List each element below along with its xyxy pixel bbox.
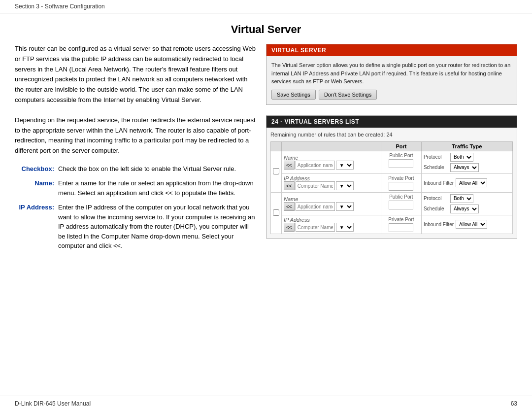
th-traffic: Traffic Type	[421, 141, 512, 151]
vsl-box: 24 - VIRTUAL SERVERS LIST Remaining numb…	[266, 115, 517, 239]
table-row2: Name << ▼ Public Port	[271, 192, 513, 215]
row1-traffic-cell: Protocol Both Schedule	[421, 151, 512, 173]
vs-box-col: VIRTUAL SERVER The Virtual Server option…	[266, 44, 517, 115]
row1-ip-label: IP Address	[284, 175, 379, 181]
vs-box-text: The Virtual Server option allows you to …	[271, 61, 512, 86]
vs-buttons: Save Settings Don't Save Settings	[271, 90, 512, 100]
row2-name-cell: Name << ▼	[282, 192, 381, 215]
th-checkbox	[271, 141, 282, 151]
row2-checkbox-cell	[271, 192, 282, 234]
row1-schedule-select[interactable]: Always	[450, 163, 479, 172]
row2-inbound-row: Inbound Filter Allow All	[424, 220, 510, 229]
main-content: Virtual Server This router can be config…	[0, 13, 532, 285]
row1-name-label: Name	[284, 155, 379, 161]
row1-protocol-row: Protocol Both	[424, 153, 510, 162]
save-settings-button[interactable]: Save Settings	[271, 90, 316, 100]
vs-box-body: The Virtual Server option allows you to …	[266, 56, 517, 104]
remaining-text: Remaining number of rules that can be cr…	[270, 132, 513, 137]
row2-computer-input[interactable]	[296, 223, 335, 232]
row1-computer-input[interactable]	[296, 181, 335, 190]
row2-private-port-label: Private Port	[383, 217, 419, 222]
row2-checkbox[interactable]	[273, 209, 279, 216]
dont-save-settings-button[interactable]: Don't Save Settings	[319, 90, 377, 100]
row1-computer-select[interactable]: ▼	[336, 181, 354, 190]
top-section: This router can be configured as a virtu…	[15, 44, 517, 115]
term-ipaddress-label: IP Address:	[15, 203, 54, 251]
row2-name-input-row: << ▼	[284, 202, 379, 211]
term-name: Name: Enter a name for the rule or selec…	[15, 178, 256, 198]
row1-public-port-input[interactable]	[389, 159, 413, 168]
row2-inbound-cell: Inbound Filter Allow All	[421, 215, 512, 234]
row2-inbound-label: Inbound Filter	[424, 222, 454, 227]
virtual-server-box: VIRTUAL SERVER The Virtual Server option…	[266, 44, 517, 105]
page-title: Virtual Server	[15, 23, 517, 36]
row1-protocol-label: Protocol	[424, 154, 448, 160]
row2-traffic-cell: Protocol Both Schedule	[421, 192, 512, 215]
bottom-right: 63	[511, 400, 517, 407]
term-name-label: Name:	[15, 178, 54, 198]
bottom-bar: D-Link DIR-645 User Manual 63	[0, 396, 532, 411]
row2-app-input[interactable]	[296, 202, 335, 211]
second-section: Depending on the requested service, the …	[15, 115, 517, 256]
row1-app-select[interactable]: ▼	[336, 161, 354, 170]
row2-ip-label: IP Address	[284, 217, 379, 223]
vsl-table: Port Traffic Type	[270, 141, 513, 234]
table-row-ip1: IP Address << ▼ Private Port	[271, 173, 513, 192]
row1-ip-arrow-btn[interactable]: <<	[284, 181, 295, 190]
row2-public-port-label: Public Port	[383, 194, 419, 200]
th-port: Port	[381, 141, 421, 151]
second-desc-text: Depending on the requested service, the …	[15, 115, 256, 156]
intro-col: This router can be configured as a virtu…	[15, 44, 256, 115]
vsl-col: 24 - VIRTUAL SERVERS LIST Remaining numb…	[266, 115, 517, 239]
table-row: Name << ▼ Public Port	[271, 151, 513, 173]
row1-protocol-select[interactable]: Both	[450, 153, 473, 162]
row2-traffic-content: Protocol Both Schedule	[424, 194, 510, 213]
table-row2-ip: IP Address << ▼ Private Port	[271, 215, 513, 234]
th-name	[282, 141, 381, 151]
intro-text: This router can be configured as a virtu…	[15, 44, 256, 105]
row1-ip-cell: IP Address << ▼	[282, 173, 381, 192]
bottom-left: D-Link DIR-645 User Manual	[15, 400, 91, 407]
row1-inbound-select[interactable]: Allow All	[456, 178, 487, 187]
topbar-label: Section 3 - Software Configuration	[15, 3, 105, 10]
vs-box-header: VIRTUAL SERVER	[266, 44, 517, 56]
row2-ip-arrow-btn[interactable]: <<	[284, 223, 295, 232]
row1-private-port-cell: Private Port	[381, 173, 421, 192]
row1-public-port-cell: Public Port	[381, 151, 421, 173]
term-checkbox-def: Check the box on the left side to enable…	[58, 164, 256, 174]
row1-schedule-label: Schedule	[424, 165, 448, 170]
row2-arrow-btn[interactable]: <<	[284, 202, 295, 211]
row2-inbound-content: Inbound Filter Allow All	[424, 220, 510, 229]
term-ipaddress: IP Address: Enter the IP address of the …	[15, 203, 256, 251]
desc-col: Depending on the requested service, the …	[15, 115, 256, 256]
row2-protocol-label: Protocol	[424, 196, 448, 201]
row2-ip-input-row: << ▼	[284, 223, 379, 232]
row1-private-port-input[interactable]	[389, 182, 413, 191]
row1-inbound-row: Inbound Filter Allow All	[424, 178, 510, 187]
row2-private-port-cell: Private Port	[381, 215, 421, 234]
row2-protocol-select[interactable]: Both	[450, 194, 473, 203]
row2-app-select[interactable]: ▼	[336, 202, 354, 211]
row2-public-port-input[interactable]	[389, 201, 413, 209]
terms-list: Checkbox: Check the box on the left side…	[15, 164, 256, 251]
row2-schedule-row: Schedule Always	[424, 205, 510, 213]
row1-app-input[interactable]	[296, 161, 335, 170]
row1-inbound-cell: Inbound Filter Allow All	[421, 173, 512, 192]
row1-inbound-label: Inbound Filter	[424, 180, 454, 186]
row2-computer-select[interactable]: ▼	[336, 223, 354, 232]
row2-private-port-input[interactable]	[389, 223, 413, 232]
row2-ip-cell: IP Address << ▼	[282, 215, 381, 234]
row1-inbound-content: Inbound Filter Allow All	[424, 178, 510, 187]
term-ipaddress-def: Enter the IP address of the computer on …	[58, 203, 256, 251]
row1-checkbox-cell	[271, 151, 282, 192]
term-name-def: Enter a name for the rule or select an a…	[58, 178, 256, 198]
row1-checkbox[interactable]	[273, 168, 279, 174]
row1-name-cell: Name << ▼	[282, 151, 381, 173]
row2-schedule-select[interactable]: Always	[450, 205, 479, 213]
row1-private-port-label: Private Port	[383, 175, 419, 181]
row2-inbound-select[interactable]: Allow All	[456, 220, 487, 229]
topbar: Section 3 - Software Configuration	[0, 0, 532, 13]
row1-public-port-label: Public Port	[383, 153, 419, 158]
row1-ip-input-row: << ▼	[284, 181, 379, 190]
row1-arrow-btn[interactable]: <<	[284, 161, 295, 170]
